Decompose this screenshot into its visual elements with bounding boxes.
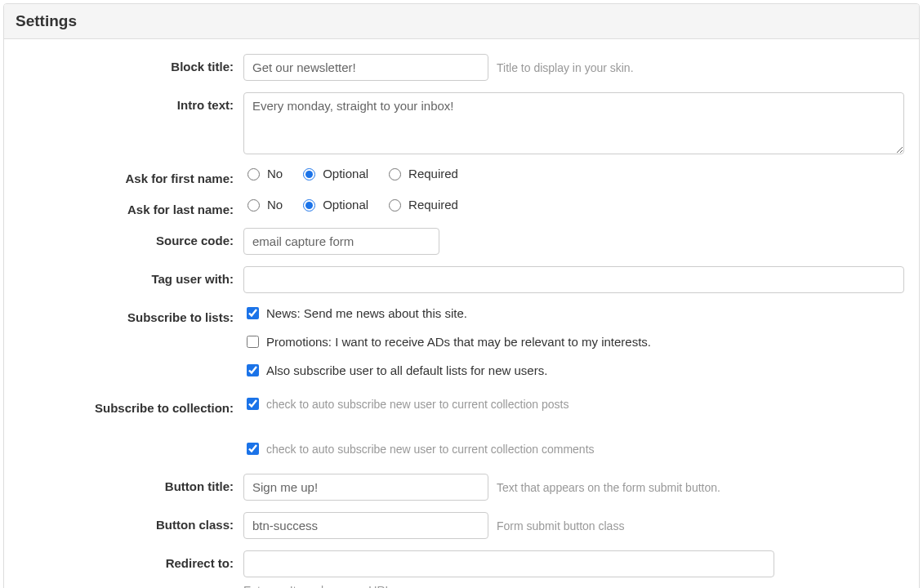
label-redirect-to: Redirect to: — [19, 550, 243, 570]
list-defaults-label: Also subscribe user to all default lists… — [266, 363, 547, 377]
list-promotions[interactable]: Promotions: I want to receive ADs that m… — [243, 333, 651, 350]
first-name-optional[interactable]: Optional — [299, 166, 368, 180]
list-defaults[interactable]: Also subscribe user to all default lists… — [243, 362, 547, 379]
panel-title: Settings — [16, 12, 907, 30]
hint-redirect-to: Enter an Item slug or an URL. — [243, 584, 395, 588]
button-class-input[interactable] — [243, 512, 488, 539]
label-ask-last-name: Ask for last name: — [19, 197, 243, 216]
list-promotions-checkbox[interactable] — [247, 336, 259, 348]
panel-header: Settings — [4, 4, 919, 39]
last-name-required-radio[interactable] — [389, 199, 401, 212]
last-name-required[interactable]: Required — [385, 197, 458, 212]
radio-label-no-2: No — [267, 198, 283, 212]
row-intro-text: Intro text: — [19, 92, 904, 154]
label-button-title: Button title: — [19, 474, 243, 493]
collection-comments-checkbox[interactable] — [247, 443, 259, 455]
source-code-input[interactable] — [243, 228, 439, 255]
label-source-code: Source code: — [19, 228, 243, 247]
tag-user-with-input[interactable] — [243, 266, 904, 293]
list-news-checkbox[interactable] — [247, 307, 259, 319]
redirect-to-input[interactable] — [243, 550, 774, 577]
last-name-no-radio[interactable] — [247, 199, 260, 212]
collection-posts[interactable]: check to auto subscribe new user to curr… — [243, 395, 569, 412]
last-name-optional[interactable]: Optional — [299, 197, 368, 212]
label-intro-text: Intro text: — [19, 92, 243, 112]
row-block-title: Block title: Title to display in your sk… — [19, 54, 904, 81]
first-name-no-radio[interactable] — [247, 168, 260, 180]
hint-button-class: Form submit button class — [497, 519, 624, 532]
last-name-no[interactable]: No — [243, 197, 283, 212]
label-button-class: Button class: — [19, 512, 243, 532]
radio-label-optional: Optional — [323, 167, 368, 180]
first-name-required-radio[interactable] — [389, 168, 401, 180]
last-name-optional-radio[interactable] — [303, 199, 315, 212]
row-tag-user-with: Tag user with: — [19, 266, 904, 293]
intro-text-input[interactable] — [243, 92, 904, 154]
first-name-required[interactable]: Required — [385, 166, 458, 180]
list-news[interactable]: News: Send me news about this site. — [243, 305, 467, 322]
hint-button-title: Text that appears on the form submit but… — [497, 481, 720, 494]
list-defaults-checkbox[interactable] — [247, 364, 259, 376]
first-name-no[interactable]: No — [243, 166, 283, 180]
collection-posts-checkbox[interactable] — [247, 398, 259, 410]
label-subscribe-to-lists: Subscribe to lists: — [19, 305, 243, 324]
radio-label-required-2: Required — [408, 198, 458, 212]
radio-label-required: Required — [408, 167, 458, 180]
label-tag-user-with: Tag user with: — [19, 266, 243, 286]
row-subscribe-to-collection: Subscribe to collection: check to auto s… — [19, 395, 904, 462]
label-ask-first-name: Ask for first name: — [19, 166, 243, 185]
row-ask-first-name: Ask for first name: No Optional Required — [19, 166, 904, 185]
label-block-title: Block title: — [19, 54, 243, 74]
hint-block-title: Title to display in your skin. — [497, 61, 634, 74]
settings-panel: Settings Block title: Title to display i… — [3, 3, 920, 588]
radio-label-optional-2: Optional — [323, 198, 368, 212]
collection-comments-label: check to auto subscribe new user to curr… — [266, 443, 595, 456]
row-button-class: Button class: Form submit button class — [19, 512, 904, 539]
row-subscribe-to-lists: Subscribe to lists: News: Send me news a… — [19, 305, 904, 384]
list-promotions-label: Promotions: I want to receive ADs that m… — [266, 335, 651, 349]
panel-body: Block title: Title to display in your sk… — [4, 39, 919, 588]
list-news-label: News: Send me news about this site. — [266, 306, 467, 320]
row-button-title: Button title: Text that appears on the f… — [19, 474, 904, 501]
label-subscribe-to-collection: Subscribe to collection: — [19, 395, 243, 415]
first-name-optional-radio[interactable] — [303, 168, 315, 180]
radio-label-no: No — [267, 167, 283, 180]
row-ask-last-name: Ask for last name: No Optional Required — [19, 197, 904, 216]
block-title-input[interactable] — [243, 54, 488, 81]
row-redirect-to: Redirect to: Enter an Item slug or an UR… — [19, 550, 904, 588]
collection-comments[interactable]: check to auto subscribe new user to curr… — [243, 440, 595, 457]
row-source-code: Source code: — [19, 228, 904, 255]
button-title-input[interactable] — [243, 474, 488, 501]
collection-posts-label: check to auto subscribe new user to curr… — [266, 398, 569, 411]
